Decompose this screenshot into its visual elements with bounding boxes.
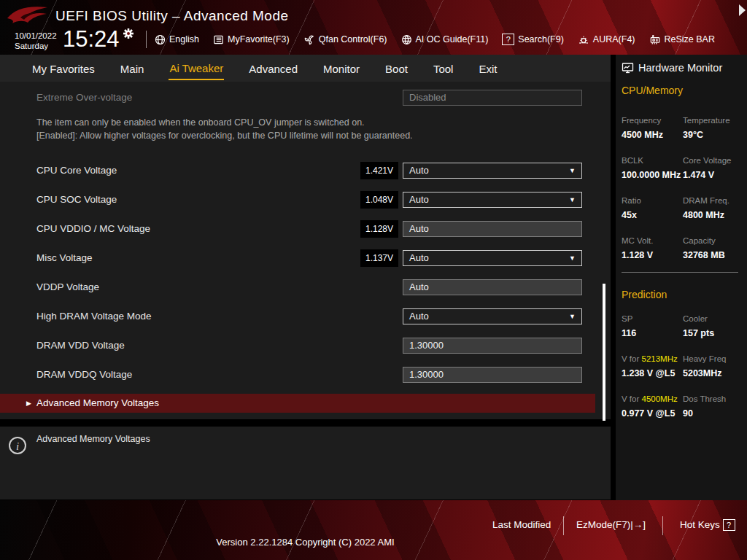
- aura-button[interactable]: AURA(F4): [578, 34, 635, 45]
- cpu-core-voltage-dropdown[interactable]: Auto ▼: [403, 163, 582, 179]
- hot-keys-button[interactable]: Hot Keys ?: [680, 519, 735, 531]
- cpu-vddio-voltage-reading: 1.128V: [360, 220, 398, 238]
- stat-value: 157 pts: [683, 328, 714, 338]
- stat-value: 39°C: [683, 130, 703, 140]
- stat-label: BCLK: [622, 156, 643, 165]
- ai-oc-guide-button[interactable]: AI OC Guide(F11): [401, 34, 489, 45]
- textbox-value: Auto: [409, 281, 429, 292]
- setting-label-dram-vdd-voltage: DRAM VDD Voltage: [36, 338, 125, 354]
- hardware-monitor-title: Hardware Monitor: [638, 62, 722, 74]
- aura-lamp-icon: [578, 34, 589, 45]
- chevron-down-icon: ▼: [569, 163, 576, 178]
- question-box-icon: ?: [723, 519, 735, 531]
- stat-value: 1.238 V @L5: [622, 368, 675, 378]
- extreme-over-voltage-value: Disabled: [409, 92, 446, 103]
- textbox-value: Auto: [409, 223, 429, 234]
- tab-advanced[interactable]: Advanced: [248, 57, 298, 79]
- stat-value: 1.474 V: [683, 170, 714, 180]
- cpu-memory-heading: CPU/Memory: [622, 85, 683, 96]
- setting-label-dram-vddq-voltage: DRAM VDDQ Voltage: [36, 367, 132, 383]
- qfan-control-button[interactable]: Qfan Control(F6): [303, 34, 387, 45]
- favorites-list-icon: [213, 34, 224, 45]
- setting-label-misc-voltage: Misc Voltage: [36, 250, 93, 266]
- cpu-vddio-voltage-input[interactable]: Auto: [403, 221, 582, 237]
- tab-boot[interactable]: Boot: [384, 57, 409, 79]
- ezmode-button[interactable]: EzMode(F7)|→]: [576, 519, 646, 530]
- stat-value: 0.977 V @L5: [622, 408, 675, 419]
- resize-bar-button[interactable]: ReSize BAR: [649, 34, 715, 45]
- footer-separator: [563, 516, 564, 535]
- stat-value: 5203MHz: [683, 368, 722, 378]
- stat-label: Core Voltage: [683, 156, 732, 165]
- header-separator: [146, 31, 147, 48]
- tab-ai-tweaker[interactable]: Ai Tweaker: [169, 56, 224, 80]
- menu-label: AURA(F4): [593, 34, 635, 44]
- menu-label: Qfan Control(F6): [319, 34, 387, 44]
- settings-panel: Extreme Over-voltage Disabled The item c…: [0, 82, 611, 419]
- menu-label: AI OC Guide(F11): [416, 34, 489, 44]
- cpu-core-voltage-reading: 1.421V: [360, 162, 398, 179]
- prediction-heading: Prediction: [622, 289, 667, 300]
- stat-label: SP: [622, 314, 632, 323]
- vddp-voltage-input[interactable]: Auto: [403, 279, 582, 295]
- myfavorite-button[interactable]: MyFavorite(F3): [213, 34, 290, 45]
- time-display[interactable]: 15:24: [63, 26, 120, 52]
- search-button[interactable]: ? Search(F9): [502, 34, 564, 45]
- stat-label-highlight: 5213MHz: [641, 354, 677, 363]
- last-modified-button[interactable]: Last Modified: [492, 519, 551, 530]
- quick-menu: English MyFavorite(F3) Q: [155, 34, 715, 45]
- submenu-label: Advanced Memory Voltages: [36, 394, 159, 413]
- stat-label: Cooler: [683, 314, 708, 323]
- cpu-soc-voltage-reading: 1.048V: [360, 191, 398, 209]
- tab-tool[interactable]: Tool: [433, 57, 454, 79]
- stat-value: 4800 MHz: [683, 210, 724, 220]
- dram-vddq-voltage-input[interactable]: 1.30000: [403, 367, 582, 383]
- ezmode-exit-icon: |→]: [630, 519, 646, 530]
- hot-keys-label: Hot Keys: [680, 519, 720, 530]
- description-text: Advanced Memory Voltages: [36, 434, 150, 444]
- description-panel: i Advanced Memory Voltages: [0, 427, 611, 499]
- stat-label-prefix: V for: [622, 354, 641, 363]
- tab-exit[interactable]: Exit: [478, 57, 498, 79]
- tab-monitor[interactable]: Monitor: [322, 57, 360, 79]
- high-dram-voltage-mode-dropdown[interactable]: Auto ▼: [403, 308, 582, 324]
- stat-value: 45x: [622, 210, 637, 220]
- textbox-value: 1.30000: [409, 369, 444, 380]
- bottom-footer-band: Last Modified EzMode(F7)|→] Hot Keys ? V…: [0, 500, 747, 560]
- stat-value: 90: [683, 408, 693, 419]
- date-display[interactable]: 10/01/2022 Saturday: [15, 31, 57, 51]
- language-button[interactable]: English: [155, 34, 199, 45]
- setting-label-cpu-vddio-mc-voltage: CPU VDDIO / MC Voltage: [36, 221, 150, 237]
- menu-label: ReSize BAR: [665, 34, 715, 44]
- gear-icon[interactable]: [123, 28, 134, 39]
- extreme-over-voltage-select: Disabled: [403, 90, 582, 106]
- collapse-panel-arrow-icon[interactable]: [739, 4, 746, 16]
- chevron-down-icon: ▼: [569, 251, 576, 265]
- sidebar-divider: [622, 272, 738, 273]
- setting-label-cpu-core-voltage: CPU Core Voltage: [36, 163, 117, 179]
- fan-icon: [303, 34, 315, 45]
- stat-label: Heavy Freq: [683, 354, 726, 363]
- cpu-soc-voltage-dropdown[interactable]: Auto ▼: [403, 192, 582, 208]
- submenu-arrow-icon: ▶: [26, 394, 31, 413]
- tab-main[interactable]: Main: [120, 57, 145, 79]
- scrollbar-thumb[interactable]: [603, 284, 605, 421]
- misc-voltage-dropdown[interactable]: Auto ▼: [403, 250, 582, 266]
- chevron-down-icon: ▼: [569, 309, 576, 324]
- globe-icon: [155, 34, 166, 45]
- tab-my-favorites[interactable]: My Favorites: [31, 57, 96, 79]
- stat-label-highlight: 4500MHz: [641, 394, 677, 403]
- menu-label: MyFavorite(F3): [228, 34, 290, 44]
- dram-vdd-voltage-input[interactable]: 1.30000: [403, 338, 582, 354]
- stat-value: 1.128 V: [622, 250, 653, 260]
- advanced-memory-voltages-item[interactable]: ▶ Advanced Memory Voltages: [0, 394, 595, 413]
- stat-label: V for 4500MHz: [622, 394, 678, 403]
- info-icon: i: [9, 437, 26, 454]
- dropdown-value: Auto: [409, 194, 429, 205]
- bios-version-text: Version 2.22.1284 Copyright (C) 2022 AMI: [0, 537, 611, 548]
- question-box-icon: ?: [502, 34, 514, 45]
- hardware-monitor-panel: Hardware Monitor CPU/Memory Frequency Te…: [616, 55, 747, 503]
- stat-label: MC Volt.: [622, 236, 653, 245]
- ezmode-label: EzMode(F7): [576, 519, 630, 530]
- dropdown-value: Auto: [409, 165, 429, 176]
